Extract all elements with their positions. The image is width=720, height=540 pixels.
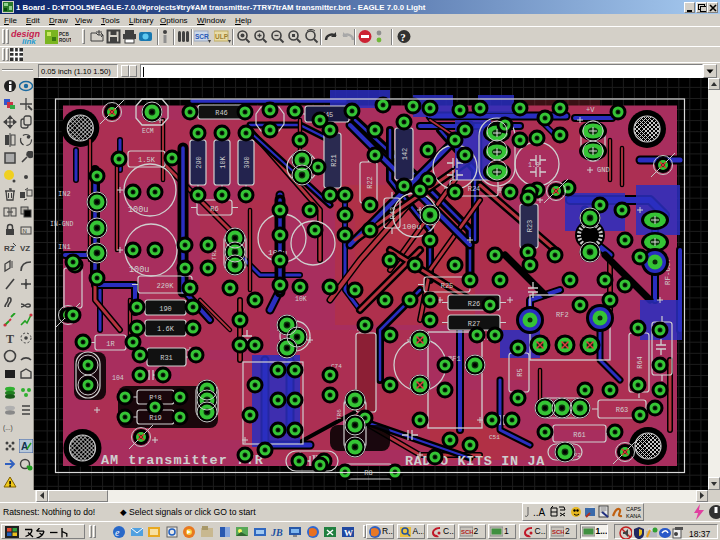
svg-text:VZ: VZ <box>20 244 30 253</box>
svg-text:142: 142 <box>401 148 409 161</box>
svg-text:IN1: IN1 <box>58 243 71 251</box>
svg-text:PCB: PCB <box>59 31 69 36</box>
svg-text:IN2: IN2 <box>58 190 71 198</box>
svg-text:TR6: TR6 <box>336 409 343 420</box>
svg-text:1.0: 1.0 <box>528 162 540 169</box>
svg-text:100u: 100u <box>129 265 149 275</box>
svg-text:GND: GND <box>597 166 610 174</box>
svg-text:R25: R25 <box>441 282 454 290</box>
svg-text:190: 190 <box>159 305 172 313</box>
svg-text:220K: 220K <box>157 282 175 290</box>
svg-text:SCR: SCR <box>195 32 209 39</box>
svg-text:290: 290 <box>195 156 203 169</box>
svg-text:R27: R27 <box>468 320 481 328</box>
svg-text:R64: R64 <box>636 356 644 369</box>
svg-text:1.6K: 1.6K <box>157 325 175 333</box>
svg-text:RADIO KITS IN JA: RADIO KITS IN JA <box>405 454 545 469</box>
svg-text:IN-GND: IN-GND <box>50 221 74 228</box>
svg-text:100u: 100u <box>402 222 421 231</box>
svg-text:RF2: RF2 <box>556 311 569 319</box>
svg-text:R24: R24 <box>468 185 481 193</box>
svg-text:10K: 10K <box>295 296 307 303</box>
svg-text:R26: R26 <box>468 300 481 308</box>
svg-text:SCH: SCH <box>552 529 564 535</box>
svg-text:RZ: RZ <box>4 244 15 253</box>
svg-text:100u: 100u <box>128 205 148 215</box>
svg-text:C51: C51 <box>489 434 500 441</box>
svg-text:..A: ..A <box>533 507 546 518</box>
svg-text:CAPS: CAPS <box>626 506 641 512</box>
svg-text:KANA: KANA <box>626 513 641 519</box>
svg-text:e: e <box>115 527 120 538</box>
svg-text:SCH: SCH <box>461 529 473 535</box>
svg-text:ROUTE: ROUTE <box>59 38 71 43</box>
svg-text:(...): (...) <box>3 424 13 432</box>
svg-text:R5: R5 <box>516 368 524 376</box>
svg-text:JB: JB <box>270 527 283 538</box>
svg-text:10K: 10K <box>219 155 227 168</box>
svg-text:T: T <box>6 332 14 345</box>
svg-text:R22: R22 <box>366 176 374 189</box>
svg-text:W: W <box>344 528 353 538</box>
svg-text:N: N <box>23 228 27 234</box>
svg-text:104: 104 <box>112 375 124 382</box>
svg-text:R61: R61 <box>573 431 586 439</box>
svg-text:ULP: ULP <box>215 32 229 39</box>
svg-text:R31: R31 <box>160 354 173 362</box>
svg-text:link: link <box>22 37 36 46</box>
svg-text:390: 390 <box>243 156 251 169</box>
svg-text:+V: +V <box>586 106 595 114</box>
svg-text:ECM: ECM <box>142 128 154 135</box>
svg-text:R21: R21 <box>330 154 338 167</box>
svg-text:A: A <box>21 441 28 452</box>
svg-text:R6: R6 <box>210 205 218 213</box>
svg-text:R23: R23 <box>526 220 534 233</box>
svg-text:?: ? <box>400 30 406 42</box>
svg-text:1R: 1R <box>106 340 115 348</box>
svg-text:R46: R46 <box>215 109 228 117</box>
svg-text:1.5K: 1.5K <box>138 156 156 164</box>
svg-text:R63: R63 <box>616 406 629 414</box>
